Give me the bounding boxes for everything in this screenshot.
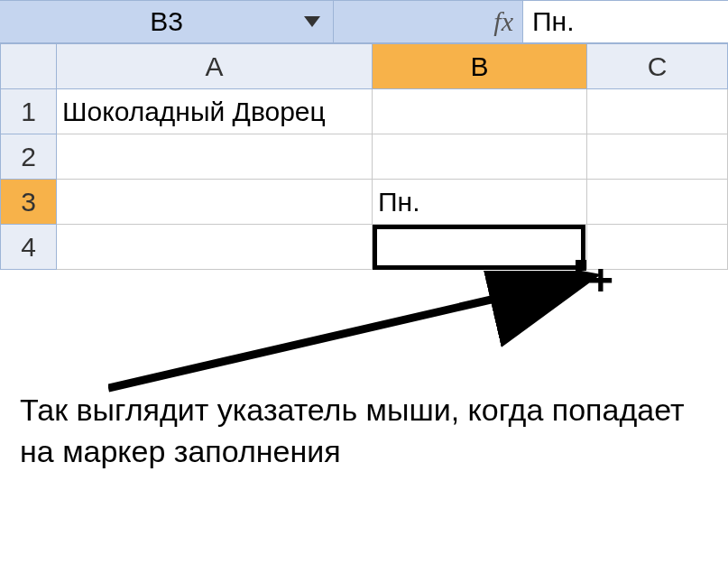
cell-A4[interactable] [57,225,373,270]
col-header-B[interactable]: B [373,44,587,89]
row-header-1[interactable]: 1 [1,89,57,134]
column-header-row: A B C [1,44,728,89]
grid-table: A B C 1 Шоколадный Дворец 2 3 Пн. 4 [0,43,728,270]
row-3: 3 Пн. [1,180,728,225]
cell-B4[interactable] [373,225,587,270]
svg-line-2 [108,280,577,388]
cell-B2[interactable] [373,134,587,180]
cell-C2[interactable] [587,134,728,180]
svg-marker-0 [304,16,320,27]
cell-A3[interactable] [57,180,373,225]
formula-bar-value: Пн. [532,6,574,37]
row-header-3[interactable]: 3 [1,180,57,225]
formula-bar-row: B3 fx Пн. [0,0,728,43]
cell-C3[interactable] [587,180,728,225]
cell-A1[interactable]: Шоколадный Дворец [57,89,373,134]
name-box[interactable]: B3 [0,1,334,42]
select-all-corner[interactable] [1,44,57,89]
row-1: 1 Шоколадный Дворец [1,89,728,134]
spreadsheet-grid[interactable]: A B C 1 Шоколадный Дворец 2 3 Пн. 4 [0,43,728,270]
annotation-arrow-icon [108,271,613,397]
cell-B1[interactable] [373,89,587,134]
row-header-4[interactable]: 4 [1,225,57,270]
fx-button-area[interactable]: fx [334,1,523,42]
col-header-A[interactable]: A [57,44,373,89]
cell-B3[interactable]: Пн. [373,180,587,225]
cell-C1[interactable] [587,89,728,134]
annotation-text: Так выглядит указатель мыши, когда попад… [20,390,714,473]
cell-C4[interactable] [587,225,728,270]
row-2: 2 [1,134,728,180]
cell-A2[interactable] [57,134,373,180]
col-header-C[interactable]: C [587,44,728,89]
row-header-2[interactable]: 2 [1,134,57,180]
name-box-value: B3 [150,6,183,37]
formula-bar-input[interactable]: Пн. [523,1,728,42]
row-4: 4 [1,225,728,270]
name-box-dropdown-icon[interactable] [304,16,320,27]
fx-icon: fx [493,6,513,37]
